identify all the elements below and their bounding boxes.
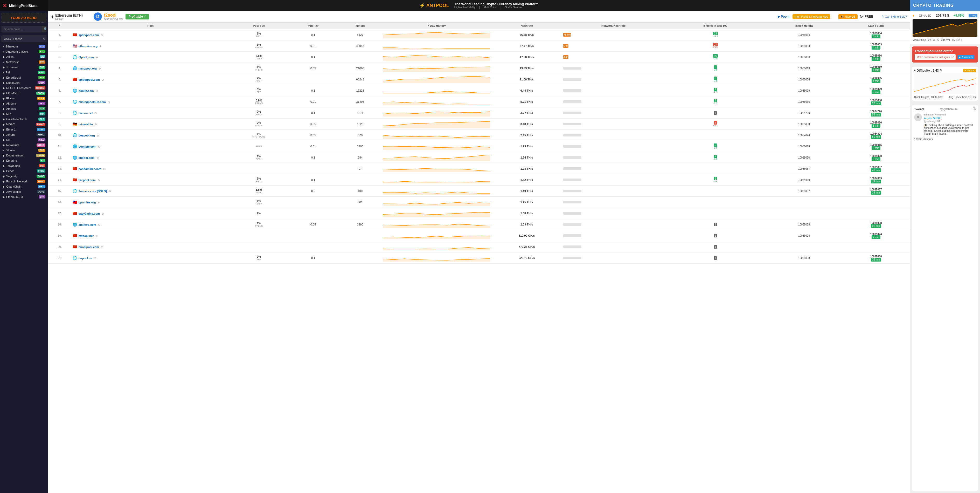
sidebar-item-dbix[interactable]: ◆ DubaiCoin DBIX xyxy=(0,80,48,85)
pool-name-link[interactable]: pandaminer.com xyxy=(79,168,101,171)
sidebar-item-etho[interactable]: ◆ Ether-1 ETHO xyxy=(0,127,48,132)
sidebar-item-ath[interactable]: ◆ Atheios ATH xyxy=(0,106,48,111)
pool-name-link[interactable]: gpumine.org xyxy=(79,201,96,204)
network-hashrate-cell xyxy=(562,63,665,74)
sidebar-item-b2g[interactable]: ₿ Bitcoiin B2G xyxy=(0,148,48,153)
search-button[interactable]: 🔍 xyxy=(42,26,46,32)
tx-accelerator: Transaction Accelerator Make confirmatio… xyxy=(912,46,978,62)
sidebar-item-pirl[interactable]: ● Pirl PIRL xyxy=(0,70,48,75)
pool-name-link[interactable]: xnpool.com xyxy=(79,156,95,159)
expand-icon[interactable]: ⊕ xyxy=(98,145,100,148)
coin-badge: ETX xyxy=(39,195,45,198)
sidebar-item-egem[interactable]: ◆ EtherGem EGEM xyxy=(0,91,48,96)
expand-icon[interactable]: ⊕ xyxy=(94,257,96,260)
pool-name-link[interactable]: uupool.cn xyxy=(79,257,92,260)
pool-name-link[interactable]: nanopool.org xyxy=(79,67,97,70)
sidebar-item-clo[interactable]: ◆ Callisto Network CLO xyxy=(0,116,48,122)
expand-icon[interactable]: ⊕ xyxy=(99,67,101,70)
expand-icon[interactable]: ⊕ xyxy=(98,223,100,226)
table-row: 11. 🌐 pool.btc.com ⊕ FPPS 0.01 3406 1.93… xyxy=(48,141,910,152)
fee-type: PPLNS xyxy=(231,225,287,227)
rank-cell: 5. xyxy=(48,74,72,85)
sidebar-item-eti[interactable]: ◆ EtherInc ETI xyxy=(0,158,48,163)
expand-icon[interactable]: ⊕ xyxy=(109,190,111,193)
sidebar-item-nilu[interactable]: ◆ Nilu NILU xyxy=(0,137,48,142)
sidebar-item-exp[interactable]: ◉ Expanse EXP xyxy=(0,65,48,70)
pool-name-link[interactable]: minerall.io xyxy=(79,123,93,126)
pool-name-link[interactable]: ethermine.org xyxy=(79,45,97,48)
sidebar-item-aka[interactable]: ◆ Akroma AKA xyxy=(0,101,48,106)
sidebar-item-joys[interactable]: ◆ Joys Digital JOYS xyxy=(0,189,48,195)
expand-icon[interactable]: ⊕ xyxy=(95,112,97,115)
sidebar-item-zil[interactable]: ◆ Zilliqa ZIL xyxy=(0,54,48,59)
pool-name-link[interactable]: poolin.com xyxy=(79,89,94,93)
pool-name-link[interactable]: beepool.org xyxy=(79,134,95,137)
expand-icon[interactable]: ⊕ xyxy=(97,179,100,182)
expand-icon[interactable]: ⊕ xyxy=(97,156,99,159)
sidebar-item-esn[interactable]: ◆ EtherSocial ESN xyxy=(0,75,48,80)
hashrate-bar-empty xyxy=(563,123,581,125)
hashrate-bar-empty xyxy=(563,190,581,192)
f2pool-name[interactable]: f2pool xyxy=(104,13,123,18)
blocks-cell: 1 xyxy=(665,219,766,230)
expand-icon[interactable]: ⊕ xyxy=(97,134,99,137)
table-row: 21. 🌐 uupool.cn ⊕ 2% PPS 0.1 629.73 GH/s… xyxy=(48,252,910,263)
expand-icon[interactable]: ⊕ xyxy=(102,212,104,215)
pool-name-link[interactable]: spiderpool.com xyxy=(79,78,100,81)
rank-cell: 4. xyxy=(48,63,72,74)
sidebar-item-xero[interactable]: ◆ Xerom XERO xyxy=(0,132,48,137)
pool-name-link[interactable]: bwpool.net xyxy=(79,234,94,238)
sidebar-item-tsf[interactable]: ◆ Teslafunds TSF xyxy=(0,163,48,168)
algo-selector[interactable]: ASIC - Ethash xyxy=(2,35,46,42)
sidebar-item-mix[interactable]: ◆ MIX MIX xyxy=(0,111,48,116)
sidebar-item-func[interactable]: ◆ Funcoin Network FUNC xyxy=(0,179,48,184)
pool-name-link[interactable]: 2miners.com xyxy=(79,223,96,226)
pool-name-link[interactable]: pool.btc.com xyxy=(79,145,96,148)
sidebar-item-reosc[interactable]: ◆ REOSC Ecosystem REOSC xyxy=(0,85,48,91)
pool-name-link[interactable]: hiveon.net xyxy=(79,112,93,115)
expand-icon[interactable]: ⊕ xyxy=(99,45,102,48)
block-height-cell: 10085036 xyxy=(766,74,842,85)
sidebar-ad[interactable]: YOUR AD HERE! xyxy=(2,13,46,22)
expand-icon[interactable]: ⊕ xyxy=(102,78,104,81)
coin-icon: ◆ xyxy=(3,128,5,131)
pool-name-link[interactable]: f2pool.com xyxy=(79,56,94,59)
search-input[interactable] xyxy=(2,26,42,32)
sidebar-item-nuko[interactable]: ◆ Nekonium NUKO xyxy=(0,142,48,148)
expand-icon[interactable]: ⊕ xyxy=(95,234,98,238)
sidebar-item-sage[interactable]: ◆ Sagecity SAGE xyxy=(0,174,48,179)
blocks-cell: 1 xyxy=(665,241,766,252)
expand-icon[interactable]: ⊕ xyxy=(95,123,97,126)
expand-icon[interactable]: ⊕ xyxy=(103,168,105,171)
coin-icon: ◆ xyxy=(3,97,5,100)
pool-name-link[interactable]: easy2mine.com xyxy=(79,212,100,215)
sidebar-item-qkc[interactable]: ◆ QuarkChain QKC xyxy=(0,184,48,189)
block-time: 58 min xyxy=(871,113,881,116)
pool-name-link[interactable]: sparkpool.com xyxy=(79,34,99,37)
expand-icon[interactable]: ⊕ xyxy=(96,89,98,93)
hashrate-cell: 1.74 TH/s xyxy=(491,152,562,163)
fee-type: PPLNS xyxy=(231,69,287,71)
sidebar-item-prkl[interactable]: ◆ Perkle PRKL xyxy=(0,168,48,174)
sidebar-item-ella[interactable]: ◆ Ellaism ELLA xyxy=(0,96,48,101)
sidebar-item-etp[interactable]: ∞ Metaverse ETP xyxy=(0,59,48,65)
pool-name-link[interactable]: huobipool.com xyxy=(79,246,99,249)
tx-accel-button[interactable]: Make confirmation fast again ⓘ xyxy=(915,54,956,60)
rank-cell: 21. xyxy=(48,252,72,263)
pool-name-link[interactable]: miningpoolhub.com xyxy=(79,101,106,104)
pool-name-link[interactable]: firepool.com xyxy=(79,179,96,182)
expand-icon[interactable]: ⊕ xyxy=(101,246,103,249)
sidebar-item-moac[interactable]: ◆ MOAC MOAC xyxy=(0,122,48,127)
rank-cell: 6. xyxy=(48,85,72,96)
coin-name: DubaiCoin xyxy=(6,81,19,85)
sidebar-item-etc[interactable]: ♦ Ethereum Classic ETC xyxy=(0,49,48,54)
sidebar-item-eth[interactable]: ♦ Ethereum ETH xyxy=(0,44,48,49)
expand-icon[interactable]: ⊕ xyxy=(108,101,110,104)
expand-icon[interactable]: ⊕ xyxy=(96,56,98,59)
sidebar-item-dogx[interactable]: ◆ Dogethereum DOGX xyxy=(0,153,48,158)
last-found-cell: 10085036 4 min xyxy=(842,52,910,63)
expand-icon[interactable]: ⊕ xyxy=(97,201,100,204)
pool-name-link[interactable]: 2miners.com [SOLO] xyxy=(79,190,107,193)
expand-icon[interactable]: ⊕ xyxy=(100,34,103,37)
sidebar-item-etx[interactable]: ◆ Ethereum - X ETX xyxy=(0,195,48,199)
